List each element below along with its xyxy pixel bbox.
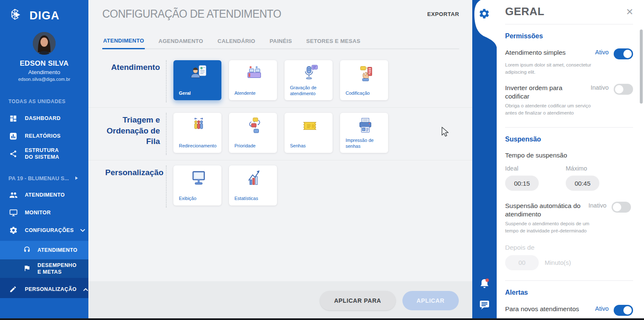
app-logo-text: DIGA xyxy=(29,9,60,22)
tab-calendario[interactable]: CALENDÁRIO xyxy=(217,35,256,48)
sidebar-item-label: RELATÓRIOS xyxy=(25,133,61,139)
after-field: Depois de Minuto(s) xyxy=(505,244,633,270)
settings-card-grid: Atendimento Geral xyxy=(88,49,472,281)
sidebar-item-label: MONITOR xyxy=(25,210,51,216)
sidebar-item-label: PERSONALIZAÇÃO xyxy=(25,286,77,292)
group-heading-alertas: Alertas xyxy=(505,289,633,296)
sidebar-item-personalization[interactable]: PERSONALIZAÇÃO xyxy=(0,280,88,298)
card-prioridade[interactable]: Prioridade xyxy=(229,113,277,153)
section-atendimento: Atendimento Geral xyxy=(88,55,472,107)
sidebar-item-label: ESTRUTURADO SISTEMA xyxy=(25,147,59,161)
setting-title: Atendimento simples xyxy=(505,48,592,56)
submenu-item-attendance[interactable]: ATENDIMENTO xyxy=(0,241,88,259)
group-heading-suspensao: Suspensão xyxy=(505,136,633,143)
submenu-item-label: ATENDIMENTO xyxy=(37,247,77,253)
ideal-label: Ideal xyxy=(505,165,539,172)
setting-title: Inverter ordem para codificar xyxy=(505,84,587,100)
people-icon xyxy=(9,191,18,199)
setting-inverter-ordem: Inverter ordem para codificar Inativo xyxy=(505,84,633,100)
divider xyxy=(505,127,633,128)
sidebar-nav: DASHBOARD RELATÓRIOS ESTRUTURADO SISTEMA… xyxy=(0,109,88,298)
sidebar-unit-selector[interactable]: PA 19 - BLUMENAU S... xyxy=(0,170,88,186)
toggle-atendimento-simples[interactable] xyxy=(614,48,633,59)
sidebar-item-label: ATENDIMENTO xyxy=(25,192,65,198)
max-time-input[interactable] xyxy=(566,176,599,191)
apply-to-button[interactable]: APLICAR PARA xyxy=(320,291,396,310)
setting-title: Para novos atendimentos xyxy=(505,305,592,313)
gear-tab-blob xyxy=(472,0,497,50)
action-footer: APLICAR PARA APLICAR xyxy=(88,281,472,320)
after-label: Depois de xyxy=(505,244,633,251)
ideal-time-field: Ideal xyxy=(505,165,539,191)
card-label: Geral xyxy=(179,90,218,96)
status-label: Inativo xyxy=(588,202,607,209)
user-name: EDSON SILVA xyxy=(0,59,88,68)
after-unit-label: Minuto(s) xyxy=(545,259,571,266)
panel-gear-icon[interactable] xyxy=(479,8,490,21)
diga-logo-icon xyxy=(9,7,25,24)
sidebar-item-structure[interactable]: ESTRUTURADO SISTEMA xyxy=(0,145,88,163)
toggle-inverter-ordem[interactable] xyxy=(614,84,633,95)
sidebar-item-label: CONFIGURAÇÕES xyxy=(25,227,74,233)
setting-novos-atendimentos: Para novos atendimentos Ativo xyxy=(505,305,633,316)
chat-icon[interactable] xyxy=(479,299,490,312)
flag-icon xyxy=(23,264,32,273)
tab-atendimento[interactable]: ATENDIMENTO xyxy=(102,35,145,49)
panel-title: GERAL xyxy=(505,5,545,18)
printer-icon xyxy=(356,116,375,137)
setting-title: Suspensão automática do atendimento xyxy=(505,202,585,218)
priority-flow-icon xyxy=(245,116,264,137)
sidebar-item-settings[interactable]: CONFIGURAÇÕES xyxy=(0,221,88,239)
redirect-people-icon xyxy=(189,116,208,137)
section-triagem: Triagem e Ordenação de Fila Redirecionam… xyxy=(88,107,472,160)
tab-bar: ATENDIMENTO AGENDAMENTO CALENDÁRIO PAINÉ… xyxy=(102,35,459,49)
card-geral[interactable]: Geral xyxy=(173,60,221,100)
card-label: Estatísticas xyxy=(234,195,274,201)
sidebar-item-dashboard[interactable]: DASHBOARD xyxy=(0,109,88,127)
divider xyxy=(505,24,633,24)
after-minutes-input[interactable] xyxy=(505,255,539,270)
share-icon xyxy=(9,149,18,158)
apply-button[interactable]: APLICAR xyxy=(402,291,459,310)
right-action-bar xyxy=(472,0,497,320)
card-label: Codificação xyxy=(346,90,385,96)
sidebar-bottom-zone: PERSONALIZAÇÃO xyxy=(0,278,88,298)
avatar[interactable] xyxy=(33,32,56,55)
toggle-novos-atendimentos[interactable] xyxy=(614,305,633,316)
card-exibicao[interactable]: Exibição xyxy=(173,165,221,205)
display-icon xyxy=(189,169,208,190)
tab-paineis[interactable]: PAINÉIS xyxy=(269,35,293,48)
card-label: Exibição xyxy=(179,195,218,201)
microphone-icon xyxy=(300,64,319,85)
ideal-time-input[interactable] xyxy=(505,176,539,191)
tab-agendamento[interactable]: AGENDAMENTO xyxy=(157,35,204,48)
card-estatisticas[interactable]: Estatísticas xyxy=(229,165,277,205)
card-redirecionamento[interactable]: Redirecionamento xyxy=(173,113,221,153)
sidebar-item-monitor[interactable]: MONITOR xyxy=(0,204,88,221)
setting-description: Alerta o atendente toda vez que uma senh… xyxy=(505,318,603,320)
sidebar: DIGA EDSON SILVA Atendimento edson.silva… xyxy=(0,0,88,320)
close-icon[interactable]: × xyxy=(626,6,633,18)
export-button[interactable]: EXPORTAR xyxy=(427,11,459,17)
main-content: CONFIGURAÇÃO DE ATENDIMENTO EXPORTAR ATE… xyxy=(88,0,472,320)
toggle-suspensao-automatica[interactable] xyxy=(612,202,631,213)
submenu-item-performance[interactable]: DESEMPENHOE METAS xyxy=(0,259,88,278)
card-impressao-de-senhas[interactable]: Impressão de senhas xyxy=(340,113,388,153)
chevron-down-icon xyxy=(80,227,85,233)
card-atendente[interactable]: Atendente xyxy=(229,60,277,100)
sidebar-item-reports[interactable]: RELATÓRIOS xyxy=(0,127,88,145)
sidebar-item-label: DASHBOARD xyxy=(25,115,61,121)
gear-icon xyxy=(9,226,18,235)
panel-scrollbar[interactable] xyxy=(640,29,643,104)
tab-setores-e-mesas[interactable]: SETORES E MESAS xyxy=(306,35,362,48)
card-codificacao[interactable]: Codificação xyxy=(340,60,388,100)
setting-description: Obriga o atendente codificar um serviço … xyxy=(505,102,603,116)
card-gravacao-de-atendimento[interactable]: Gravação de atendimento xyxy=(285,60,333,100)
notifications-bell-icon[interactable] xyxy=(479,278,490,291)
bar-chart-icon xyxy=(9,132,18,140)
setting-atendimento-simples: Atendimento simples Ativo xyxy=(505,48,633,59)
max-label: Máximo xyxy=(566,165,599,172)
sidebar-item-attendance[interactable]: ATENDIMENTO xyxy=(0,186,88,204)
setting-description: Suspende o atendimento depois de um temp… xyxy=(505,220,603,234)
card-senhas[interactable]: Senhas xyxy=(285,113,333,153)
